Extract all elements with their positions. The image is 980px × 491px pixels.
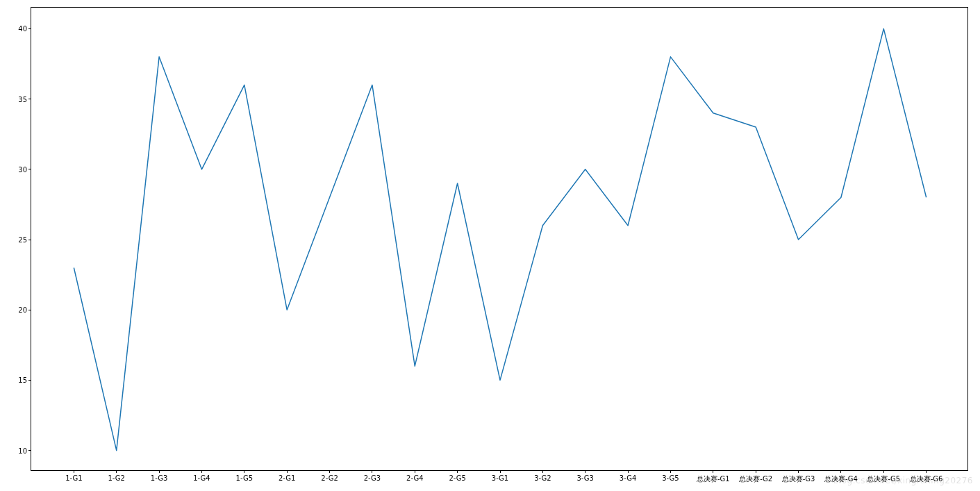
xtick-label: 1-G5 — [236, 470, 253, 482]
xtick-label: 1-G3 — [151, 470, 167, 482]
ytick-label: 30 — [18, 165, 31, 173]
xtick-label: 1-G4 — [193, 470, 210, 482]
xtick-label: 3-G1 — [492, 470, 508, 482]
xtick-label: 2-G4 — [406, 470, 423, 482]
line-series — [31, 8, 969, 472]
xtick-label: 1-G2 — [108, 470, 124, 482]
xtick-label: 总决赛-G6 — [910, 470, 943, 484]
xtick-label: 2-G3 — [364, 470, 381, 482]
ytick-label: 15 — [18, 376, 31, 384]
xtick-label: 1-G1 — [65, 470, 82, 482]
xtick-label: 2-G1 — [279, 470, 295, 482]
xtick-label: 3-G4 — [620, 470, 636, 482]
xtick-label: 总决赛-G5 — [867, 470, 900, 484]
xtick-label: 3-G2 — [534, 470, 551, 482]
ytick-label: 35 — [18, 95, 31, 103]
xtick-label: 总决赛-G3 — [782, 470, 815, 484]
xtick-label: 总决赛-G2 — [739, 470, 772, 484]
xtick-label: 总决赛-G1 — [697, 470, 730, 484]
ytick-label: 20 — [18, 306, 31, 314]
plot-area: 101520253035401-G11-G21-G31-G41-G52-G12-… — [31, 7, 968, 471]
figure: 101520253035401-G11-G21-G31-G41-G52-G12-… — [0, 0, 980, 491]
ytick-label: 10 — [18, 447, 31, 454]
ytick-label: 25 — [18, 236, 31, 244]
xtick-label: 3-G5 — [662, 470, 679, 482]
data-line — [74, 28, 926, 450]
ytick-label: 40 — [18, 25, 31, 33]
xtick-label: 3-G3 — [576, 470, 593, 482]
xtick-label: 总决赛-G4 — [824, 470, 858, 484]
xtick-label: 2-G5 — [449, 470, 465, 482]
xtick-label: 2-G2 — [321, 470, 338, 482]
